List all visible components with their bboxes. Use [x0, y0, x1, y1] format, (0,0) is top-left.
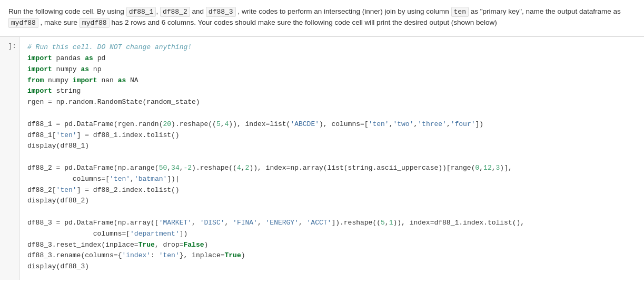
- desc-text5: as "primary key", name the output datafr…: [469, 7, 621, 15]
- desc-code1: df88_1: [126, 7, 156, 17]
- cell-content[interactable]: # Run this cell. DO NOT change anything!…: [20, 37, 644, 280]
- desc-code2: df88_2: [160, 7, 190, 17]
- desc-text4: , write codes to perform an intersecting…: [236, 7, 451, 15]
- desc-code5: mydf88: [8, 18, 38, 28]
- desc-code4: ten: [451, 7, 469, 17]
- description-block: Run the following code cell. By using df…: [0, 0, 644, 36]
- desc-text1: Run the following code cell. By using: [8, 7, 126, 15]
- code-cell: ]: # Run this cell. DO NOT change anythi…: [0, 36, 644, 280]
- desc-text2: ,: [156, 7, 160, 15]
- desc-text6: , make sure: [38, 18, 80, 26]
- cell-gutter: ]:: [0, 37, 20, 280]
- desc-text3: and: [190, 7, 206, 15]
- cell-prompt: ]:: [8, 42, 16, 50]
- desc-text7: has 2 rows and 6 columns. Your codes sho…: [110, 18, 497, 26]
- desc-code6: mydf88: [80, 18, 110, 28]
- desc-code3: df88_3: [206, 7, 236, 17]
